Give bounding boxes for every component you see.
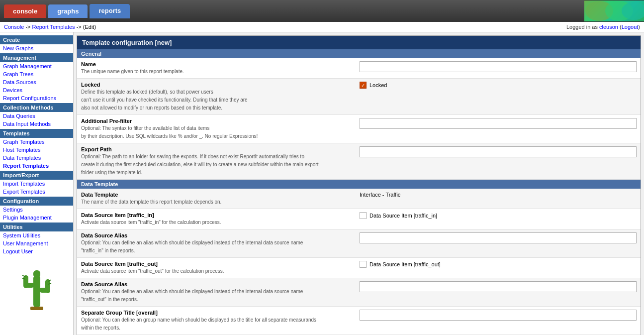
cactus-logo (0, 255, 73, 315)
separate-group-label-col: Separate Group Title [overall] Optional:… (81, 310, 360, 332)
breadcrumb-sep2: -> (77, 24, 83, 30)
breadcrumb-sep1: -> (25, 24, 32, 30)
svg-rect-10 (33, 270, 40, 278)
breadcrumb-edit: (Edit) (83, 24, 96, 30)
main-layout: Create New Graphs Management Graph Manag… (0, 32, 644, 335)
export-path-value-col (360, 146, 637, 157)
datasource-alias1-desc2: "traffic_in" in the reports. (81, 247, 355, 254)
data-template-label: Data Template (81, 192, 355, 198)
sidebar-item-logout-user[interactable]: Logout User (0, 247, 73, 255)
breadcrumb-bar: Console -> Report Templates -> (Edit) Lo… (0, 22, 644, 32)
data-template-value: Interface - Traffic (360, 192, 400, 198)
sidebar-item-settings[interactable]: Settings (0, 206, 73, 214)
datasource-alias2-row: Data Source Alias Optional: You can defi… (77, 278, 641, 307)
data-template-row: Data Template The name of the data templ… (77, 189, 641, 209)
prefilter-label: Additional Pre-filter (81, 118, 355, 124)
sidebar-item-user-management[interactable]: User Management (0, 239, 73, 247)
datasource-in-value-col: Data Source Item [traffic_in] (360, 212, 637, 219)
export-path-desc1: Optional: The path to an folder for savi… (81, 153, 355, 160)
breadcrumb-console[interactable]: Console (4, 24, 24, 30)
export-path-input[interactable] (360, 146, 637, 157)
export-path-desc3: folder using the template id. (81, 169, 355, 176)
sidebar-item-import-templates[interactable]: Import Templates (0, 180, 73, 188)
data-template-value-col: Interface - Traffic (360, 192, 637, 198)
locked-desc1: Define this template as locked (default)… (81, 89, 355, 96)
sidebar-item-devices[interactable]: Devices (0, 86, 73, 94)
locked-value-col: ✓ Locked (360, 82, 637, 89)
sidebar-item-graph-trees[interactable]: Graph Trees (0, 70, 73, 78)
svg-rect-7 (23, 275, 28, 288)
datasource-in-row: Data Source Item [traffic_in] Activate d… (77, 209, 641, 229)
name-desc: The unique name given to this report tem… (81, 68, 355, 75)
general-section-header: General (77, 49, 641, 58)
datasource-alias1-label: Data Source Alias (81, 232, 355, 238)
datasource-out-desc: Activate data source item "traffic_out" … (81, 268, 355, 275)
datasource-alias2-label: Data Source Alias (81, 281, 355, 287)
import-export-section-header: Import/Export (0, 171, 73, 180)
name-label-col: Name The unique name given to this repor… (81, 61, 360, 75)
name-input[interactable] (360, 61, 637, 72)
datasource-alias1-row: Data Source Alias Optional: You can defi… (77, 229, 641, 258)
export-path-desc2: create it during the first scheduled cal… (81, 161, 355, 168)
data-template-section-header: Data Template (77, 180, 641, 189)
reports-tab[interactable]: reports (90, 4, 130, 18)
sidebar-item-report-templates[interactable]: Report Templates (0, 162, 73, 170)
config-container: Template configuration [new] General Nam… (77, 35, 641, 335)
export-path-label: Export Path (81, 146, 355, 152)
locked-label-col: Locked Define this template as locked (d… (81, 82, 360, 112)
datasource-alias1-input[interactable] (360, 232, 637, 243)
separate-group-row: Separate Group Title [overall] Optional:… (77, 307, 641, 335)
datasource-out-value-col: Data Source Item [traffic_out] (360, 261, 637, 268)
sidebar-item-data-queries[interactable]: Data Queries (0, 112, 73, 120)
datasource-out-label: Data Source Item [traffic_out] (81, 261, 355, 267)
datasource-alias2-desc1: Optional: You can define an alias which … (81, 288, 355, 295)
datasource-in-checkbox-row: Data Source Item [traffic_in] (360, 212, 437, 219)
datasource-out-checkbox[interactable] (360, 261, 367, 268)
svg-rect-9 (45, 279, 50, 293)
datasource-alias1-label-col: Data Source Alias Optional: You can defi… (81, 232, 360, 254)
templates-section-header: Templates (0, 129, 73, 138)
sidebar-item-new-graphs[interactable]: New Graphs (0, 44, 73, 52)
export-path-row: Export Path Optional: The path to an fol… (77, 143, 641, 180)
sidebar-item-data-templates[interactable]: Data Templates (0, 154, 73, 162)
name-label: Name (81, 61, 355, 67)
sidebar-item-data-input-methods[interactable]: Data Input Methods (0, 120, 73, 128)
locked-checkbox-row: ✓ Locked (360, 82, 387, 89)
separate-group-input[interactable] (360, 310, 637, 321)
logout-link[interactable]: Logout (622, 24, 639, 30)
data-template-desc: The name of the data template this repor… (81, 199, 355, 206)
separate-group-desc1: Optional: You can define an group name w… (81, 317, 355, 324)
breadcrumb: Console -> Report Templates -> (Edit) (4, 24, 96, 30)
console-tab[interactable]: console (4, 4, 46, 18)
name-row: Name The unique name given to this repor… (77, 58, 641, 79)
separate-group-value-col (360, 310, 637, 321)
sidebar-item-data-sources[interactable]: Data Sources (0, 78, 73, 86)
data-template-label-col: Data Template The name of the data templ… (81, 192, 360, 206)
username[interactable]: cleuson (599, 24, 618, 30)
prefilter-input[interactable] (360, 118, 637, 129)
sidebar-item-export-templates[interactable]: Export Templates (0, 188, 73, 196)
locked-row: Locked Define this template as locked (d… (77, 79, 641, 115)
sidebar-item-graph-management[interactable]: Graph Management (0, 62, 73, 70)
name-value-col (360, 61, 637, 72)
breadcrumb-report-templates[interactable]: Report Templates (32, 24, 75, 30)
locked-checkbox[interactable]: ✓ (360, 82, 367, 89)
graphs-tab[interactable]: graphs (48, 4, 88, 18)
configuration-section-header: Configuration (0, 197, 73, 206)
datasource-alias2-label-col: Data Source Alias Optional: You can defi… (81, 281, 360, 303)
locked-label: Locked (81, 82, 355, 88)
datasource-in-checkbox[interactable] (360, 212, 367, 219)
datasource-out-checkbox-label: Data Source Item [traffic_out] (369, 261, 441, 267)
sidebar: Create New Graphs Management Graph Manag… (0, 32, 74, 335)
sidebar-item-host-templates[interactable]: Host Templates (0, 146, 73, 154)
datasource-alias2-input[interactable] (360, 281, 637, 292)
sidebar-item-report-configurations[interactable]: Report Configurations (0, 94, 73, 102)
prefilter-desc1: Optional: The syntax to filter the avail… (81, 125, 355, 132)
collection-section-header: Collection Methods (0, 103, 73, 112)
svg-rect-15 (30, 307, 43, 310)
sidebar-item-system-utilities[interactable]: System Utilities (0, 231, 73, 239)
sidebar-item-plugin-management[interactable]: Plugin Management (0, 214, 73, 222)
sidebar-item-graph-templates[interactable]: Graph Templates (0, 138, 73, 146)
management-section-header: Management (0, 53, 73, 62)
prefilter-value-col (360, 118, 637, 129)
